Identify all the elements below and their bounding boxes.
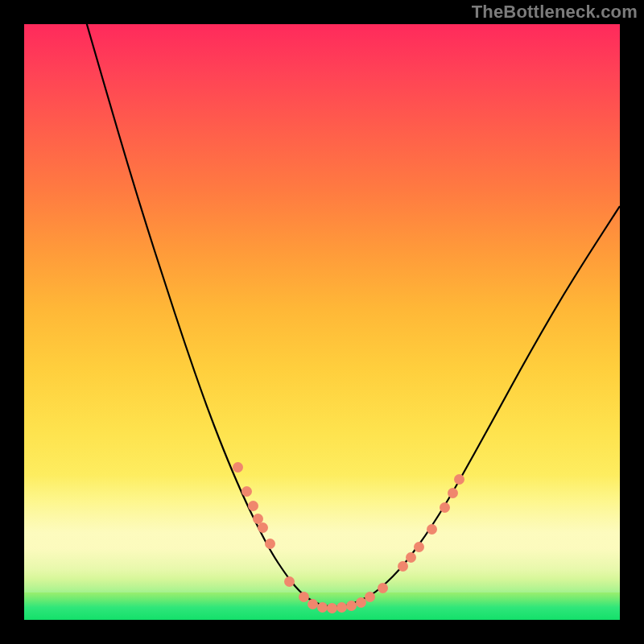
data-dot — [346, 601, 357, 611]
data-dot — [454, 474, 464, 485]
data-dot — [440, 502, 450, 513]
data-dot — [284, 576, 295, 587]
data-dot — [248, 501, 258, 511]
data-dot — [233, 462, 243, 473]
data-dot — [448, 488, 458, 498]
data-dot — [258, 522, 268, 533]
plot-area — [24, 24, 620, 620]
data-dot — [265, 539, 275, 549]
data-dot — [398, 561, 408, 572]
data-dot — [242, 486, 252, 497]
data-dot — [406, 552, 416, 563]
data-dot — [427, 524, 437, 535]
v-curve — [24, 24, 620, 620]
data-dot — [327, 603, 337, 613]
watermark-text: TheBottleneck.com — [472, 2, 638, 23]
data-dot — [336, 602, 347, 613]
data-dot — [317, 602, 328, 613]
data-dot — [378, 583, 388, 593]
data-dot — [414, 542, 424, 552]
chart-container: TheBottleneck.com — [0, 0, 644, 644]
data-dot — [308, 599, 318, 609]
data-dot — [365, 592, 375, 602]
data-dot — [299, 592, 309, 602]
